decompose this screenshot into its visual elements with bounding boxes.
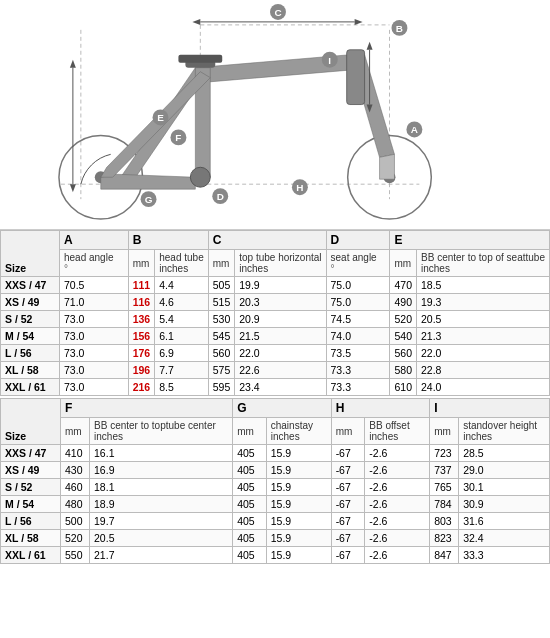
B-in-cell: 4.6 [155, 294, 209, 311]
G-in-cell: 15.9 [266, 530, 331, 547]
table-row: L / 56 500 19.7 405 15.9 -67 -2.6 803 31… [1, 513, 550, 530]
C-mm-cell: 530 [208, 311, 235, 328]
I-mm-cell: 737 [430, 462, 459, 479]
col-F-in-subheader: BB center to toptube center inches [90, 418, 233, 445]
col-D-header: D [326, 231, 390, 250]
I-mm-cell: 823 [430, 530, 459, 547]
H-in-cell: -2.6 [365, 530, 430, 547]
C-in-cell: 22.6 [235, 362, 326, 379]
table-row: XXS / 47 70.5 111 4.4 505 19.9 75.0 470 … [1, 277, 550, 294]
col-B-mm-subheader: mm [128, 250, 155, 277]
col-C-mm-subheader: mm [208, 250, 235, 277]
col-B-in-subheader: head tube inches [155, 250, 209, 277]
F-in-cell: 18.1 [90, 479, 233, 496]
col-B-header: B [128, 231, 208, 250]
size-cell: XS / 49 [1, 294, 60, 311]
D-cell: 73.3 [326, 362, 390, 379]
A-cell: 71.0 [59, 294, 128, 311]
size-cell: XXS / 47 [1, 277, 60, 294]
F-in-cell: 20.5 [90, 530, 233, 547]
table-row: XXL / 61 73.0 216 8.5 595 23.4 73.3 610 … [1, 379, 550, 396]
svg-text:A: A [411, 124, 418, 135]
size-cell: L / 56 [1, 513, 61, 530]
size-cell: M / 54 [1, 496, 61, 513]
D-cell: 74.0 [326, 328, 390, 345]
svg-text:H: H [296, 182, 303, 193]
B-mm-cell: 216 [128, 379, 155, 396]
G-mm-cell: 405 [233, 496, 267, 513]
A-cell: 73.0 [59, 362, 128, 379]
H-mm-cell: -67 [331, 479, 365, 496]
table-bottom: Size F G H I mm BB center to toptube cen… [0, 398, 550, 564]
size-cell: XL / 58 [1, 530, 61, 547]
G-in-cell: 15.9 [266, 462, 331, 479]
svg-text:G: G [145, 194, 153, 205]
svg-text:B: B [396, 23, 403, 34]
I-in-cell: 30.9 [459, 496, 550, 513]
F-mm-cell: 500 [61, 513, 90, 530]
E-mm-cell: 520 [390, 311, 417, 328]
H-in-cell: -2.6 [365, 479, 430, 496]
F-mm-cell: 430 [61, 462, 90, 479]
B-mm-cell: 196 [128, 362, 155, 379]
svg-text:D: D [217, 191, 224, 202]
I-mm-cell: 765 [430, 479, 459, 496]
table-row: XS / 49 71.0 116 4.6 515 20.3 75.0 490 1… [1, 294, 550, 311]
G-in-cell: 15.9 [266, 479, 331, 496]
col-size2-header: Size [1, 399, 61, 445]
E-mm-cell: 580 [390, 362, 417, 379]
F-in-cell: 21.7 [90, 547, 233, 564]
B-mm-cell: 176 [128, 345, 155, 362]
A-cell: 73.0 [59, 311, 128, 328]
size-cell: XL / 58 [1, 362, 60, 379]
col-I-header: I [430, 399, 550, 418]
F-mm-cell: 550 [61, 547, 90, 564]
svg-text:E: E [157, 112, 164, 123]
C-in-cell: 21.5 [235, 328, 326, 345]
table-row: XS / 49 430 16.9 405 15.9 -67 -2.6 737 2… [1, 462, 550, 479]
col-A-header: A [59, 231, 128, 250]
col-F-header: F [61, 399, 233, 418]
F-mm-cell: 410 [61, 445, 90, 462]
svg-marker-16 [380, 154, 395, 179]
svg-rect-0 [1, 0, 549, 229]
I-mm-cell: 847 [430, 547, 459, 564]
svg-text:F: F [175, 132, 181, 143]
I-in-cell: 32.4 [459, 530, 550, 547]
svg-text:C: C [274, 7, 281, 18]
B-in-cell: 4.4 [155, 277, 209, 294]
I-in-cell: 29.0 [459, 462, 550, 479]
col-G-in-subheader: chainstay inches [266, 418, 331, 445]
H-in-cell: -2.6 [365, 445, 430, 462]
F-in-cell: 18.9 [90, 496, 233, 513]
H-in-cell: -2.6 [365, 547, 430, 564]
A-cell: 73.0 [59, 345, 128, 362]
H-in-cell: -2.6 [365, 513, 430, 530]
F-in-cell: 16.1 [90, 445, 233, 462]
table-row: XXS / 47 410 16.1 405 15.9 -67 -2.6 723 … [1, 445, 550, 462]
H-mm-cell: -67 [331, 530, 365, 547]
C-mm-cell: 545 [208, 328, 235, 345]
col-C-in-subheader: top tube horizontal inches [235, 250, 326, 277]
C-in-cell: 19.9 [235, 277, 326, 294]
F-mm-cell: 460 [61, 479, 90, 496]
I-in-cell: 28.5 [459, 445, 550, 462]
G-mm-cell: 405 [233, 445, 267, 462]
B-mm-cell: 111 [128, 277, 155, 294]
E-in-cell: 24.0 [417, 379, 550, 396]
E-in-cell: 20.5 [417, 311, 550, 328]
B-in-cell: 5.4 [155, 311, 209, 328]
E-in-cell: 22.0 [417, 345, 550, 362]
bike-diagram: A B C D E F G H I [0, 0, 550, 230]
B-in-cell: 6.9 [155, 345, 209, 362]
col-A-subheader: head angle ° [59, 250, 128, 277]
col-C-header: C [208, 231, 326, 250]
table-row: XXL / 61 550 21.7 405 15.9 -67 -2.6 847 … [1, 547, 550, 564]
H-mm-cell: -67 [331, 496, 365, 513]
size-cell: M / 54 [1, 328, 60, 345]
G-in-cell: 15.9 [266, 547, 331, 564]
size-cell: XXS / 47 [1, 445, 61, 462]
E-in-cell: 21.3 [417, 328, 550, 345]
svg-marker-13 [101, 174, 196, 189]
H-mm-cell: -67 [331, 513, 365, 530]
